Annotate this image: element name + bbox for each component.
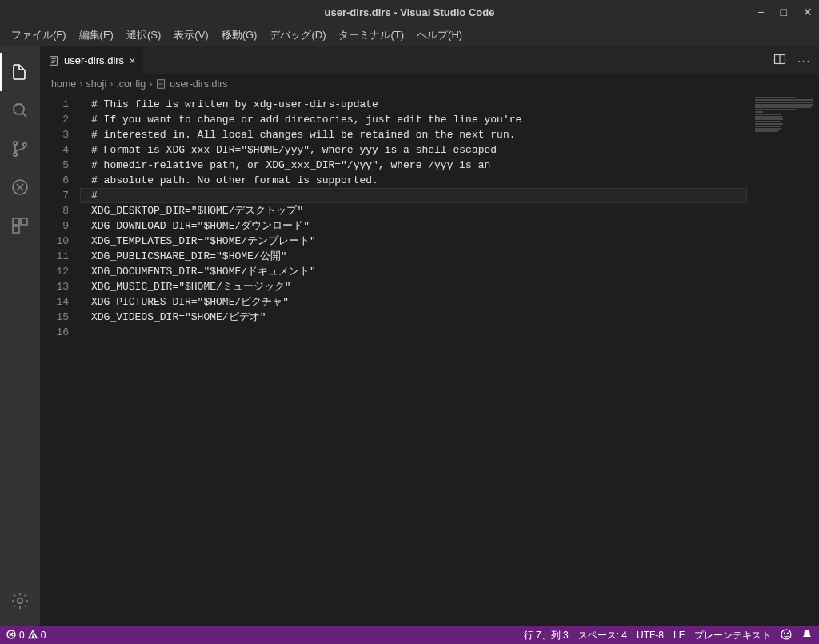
line-number: 1: [40, 97, 69, 112]
minimap[interactable]: [747, 94, 819, 626]
editor-area: user-dirs.dirs × ··· home › shoji › .con…: [40, 46, 819, 626]
extensions-icon: [10, 216, 30, 235]
activity-source-control[interactable]: [0, 130, 40, 168]
activity-search[interactable]: [0, 91, 40, 130]
svg-rect-8: [21, 218, 27, 225]
code-line[interactable]: # If you want to change or add directori…: [80, 112, 747, 127]
activity-explorer[interactable]: [0, 53, 40, 91]
svg-point-26: [781, 630, 791, 639]
svg-rect-7: [13, 218, 19, 225]
breadcrumb: home › shoji › .config › user-dirs.dirs: [40, 74, 819, 94]
line-number: 11: [40, 249, 69, 264]
status-encoding[interactable]: UTF-8: [637, 630, 664, 641]
tab-user-dirs[interactable]: user-dirs.dirs ×: [40, 46, 143, 74]
line-number: 5: [40, 158, 69, 173]
code-line[interactable]: # absolute path. No other format is supp…: [80, 173, 747, 188]
crumb-shoji[interactable]: shoji: [86, 78, 106, 90]
code-line[interactable]: XDG_MUSIC_DIR="$HOME/ミュージック": [80, 279, 747, 294]
line-number: 12: [40, 264, 69, 279]
status-notifications[interactable]: [801, 629, 813, 642]
editor-body[interactable]: 12345678910111213141516 # This file is w…: [40, 94, 819, 626]
svg-point-1: [14, 104, 24, 114]
line-number: 2: [40, 112, 69, 127]
line-number-gutter: 12345678910111213141516: [40, 94, 80, 626]
status-feedback[interactable]: [781, 629, 792, 642]
tab-label: user-dirs.dirs: [64, 54, 124, 66]
code-content[interactable]: # This file is written by xdg-user-dirs-…: [80, 94, 747, 626]
close-icon[interactable]: ✕: [803, 6, 813, 18]
menubar: ファイル(F) 編集(E) 選択(S) 表示(V) 移動(G) デバッグ(D) …: [0, 24, 819, 46]
line-number: 7: [40, 188, 69, 203]
menu-file[interactable]: ファイル(F): [5, 25, 73, 46]
code-line[interactable]: # homedir-relative path, or XDG_xxx_DIR=…: [80, 158, 747, 173]
line-number: 13: [40, 279, 69, 294]
status-cursor[interactable]: 行 7、列 3: [524, 629, 569, 642]
bell-icon: [801, 629, 813, 642]
bug-icon: [10, 178, 30, 197]
menu-edit[interactable]: 編集(E): [73, 25, 120, 46]
activity-extensions[interactable]: [0, 206, 40, 245]
files-icon: [10, 62, 30, 82]
code-line[interactable]: XDG_PICTURES_DIR="$HOME/ピクチャ": [80, 294, 747, 310]
menu-selection[interactable]: 選択(S): [120, 25, 167, 46]
warning-icon: [28, 630, 38, 642]
line-number: 3: [40, 127, 69, 142]
maximize-icon[interactable]: □: [781, 6, 787, 18]
line-number: 4: [40, 142, 69, 158]
code-line[interactable]: XDG_DOCUMENTS_DIR="$HOME/ドキュメント": [80, 264, 747, 279]
status-indent[interactable]: スペース: 4: [578, 629, 627, 642]
line-number: 15: [40, 310, 69, 325]
crumb-home[interactable]: home: [51, 78, 76, 90]
branch-icon: [10, 139, 30, 158]
search-icon: [10, 101, 30, 120]
svg-point-10: [18, 598, 22, 603]
menu-view[interactable]: 表示(V): [167, 25, 214, 46]
code-line[interactable]: XDG_DESKTOP_DIR="$HOME/デスクトップ": [80, 203, 747, 218]
code-line[interactable]: XDG_PUBLICSHARE_DIR="$HOME/公開": [80, 249, 747, 264]
window-controls: − □ ✕: [757, 6, 813, 18]
svg-point-4: [14, 153, 17, 156]
line-number: 6: [40, 173, 69, 188]
code-line[interactable]: [80, 325, 747, 340]
tab-bar: user-dirs.dirs × ···: [40, 46, 819, 74]
code-line[interactable]: XDG_TEMPLATES_DIR="$HOME/テンプレート": [80, 234, 747, 249]
code-line[interactable]: XDG_DOWNLOAD_DIR="$HOME/ダウンロード": [80, 218, 747, 234]
chevron-right-icon: ›: [79, 78, 82, 90]
error-count: 0: [19, 630, 25, 641]
svg-point-3: [14, 142, 17, 145]
file-icon: [48, 55, 59, 66]
code-line[interactable]: #: [80, 188, 747, 203]
workspace: user-dirs.dirs × ··· home › shoji › .con…: [0, 46, 819, 626]
file-icon: [155, 78, 166, 90]
code-line[interactable]: # interested in. All local changes will …: [80, 127, 747, 142]
tab-actions: ···: [765, 53, 819, 68]
code-line[interactable]: # This file is written by xdg-user-dirs-…: [80, 97, 747, 112]
activity-bar: [0, 46, 40, 626]
menu-go[interactable]: 移動(G): [215, 25, 264, 46]
svg-point-27: [785, 633, 785, 634]
activity-settings[interactable]: [0, 582, 40, 620]
code-line[interactable]: # Format is XDG_xxx_DIR="$HOME/yyy", whe…: [80, 142, 747, 158]
line-number: 16: [40, 325, 69, 340]
activity-debug[interactable]: [0, 168, 40, 206]
status-problems[interactable]: 0 0: [6, 630, 46, 642]
svg-point-5: [23, 143, 26, 146]
line-number: 14: [40, 294, 69, 310]
menu-terminal[interactable]: ターミナル(T): [332, 25, 410, 46]
crumb-config[interactable]: .config: [116, 78, 146, 90]
status-eol[interactable]: LF: [673, 630, 685, 641]
menu-help[interactable]: ヘルプ(H): [410, 25, 469, 46]
status-language[interactable]: プレーンテキスト: [694, 629, 771, 642]
more-actions-icon[interactable]: ···: [797, 54, 811, 66]
status-bar: 0 0 行 7、列 3 スペース: 4 UTF-8 LF プレーンテキスト: [0, 626, 819, 644]
line-number: 9: [40, 218, 69, 234]
minimize-icon[interactable]: −: [757, 6, 764, 18]
crumb-file[interactable]: user-dirs.dirs: [155, 78, 227, 90]
chevron-right-icon: ›: [149, 78, 152, 90]
menu-debug[interactable]: デバッグ(D): [263, 25, 332, 46]
code-line[interactable]: XDG_VIDEOS_DIR="$HOME/ビデオ": [80, 310, 747, 325]
line-number: 10: [40, 234, 69, 249]
svg-point-28: [788, 633, 789, 634]
tab-close-icon[interactable]: ×: [129, 54, 135, 67]
split-editor-icon[interactable]: [773, 53, 786, 68]
